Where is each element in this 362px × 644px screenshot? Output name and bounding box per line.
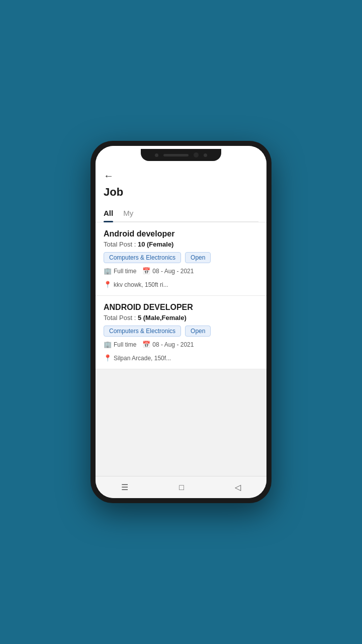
job-category-tag-2: Computers & Electronics xyxy=(104,326,181,337)
job-location-meta-2: 📍 Silpan Arcade, 150f... xyxy=(104,354,171,362)
job-status-tag-1: Open xyxy=(185,252,211,263)
job-tags-1: Computers & Electronics Open xyxy=(104,252,258,263)
briefcase-icon-2: 🏢 xyxy=(104,341,112,348)
job-list: Android developer Total Post : 10 (Femal… xyxy=(96,222,266,369)
job-meta-1: 🏢 Full time 📅 08 - Aug - 2021 📍 kkv chow… xyxy=(104,267,258,288)
job-post-count-1: Total Post : 10 (Female) xyxy=(104,240,258,248)
menu-icon[interactable]: ☰ xyxy=(121,482,128,492)
job-tags-2: Computers & Electronics Open xyxy=(104,326,258,337)
job-title-1: Android developer xyxy=(104,229,258,238)
job-title-2: ANDROID DEVELOPER xyxy=(104,303,258,312)
calendar-icon-2: 📅 xyxy=(142,341,150,348)
face-id-camera xyxy=(194,152,199,157)
briefcase-icon-1: 🏢 xyxy=(104,267,112,275)
location-icon-1: 📍 xyxy=(104,281,112,288)
job-date-meta-2: 📅 08 - Aug - 2021 xyxy=(142,341,194,348)
job-card-2[interactable]: ANDROID DEVELOPER Total Post : 5 (Male,F… xyxy=(96,296,266,369)
job-category-tag-1: Computers & Electronics xyxy=(104,252,181,263)
status-bar xyxy=(96,146,266,164)
calendar-icon-1: 📅 xyxy=(142,267,150,275)
job-location-meta-1: 📍 kkv chowk, 150ft ri... xyxy=(104,281,168,288)
front-camera xyxy=(155,153,158,157)
notch xyxy=(141,149,221,161)
job-date-meta-1: 📅 08 - Aug - 2021 xyxy=(142,267,194,275)
back-button[interactable]: ← xyxy=(104,170,114,182)
job-date-label-2: 08 - Aug - 2021 xyxy=(152,341,194,348)
phone-screen: ← Job All My Android developer Total Pos… xyxy=(96,146,266,498)
job-location-label-2: Silpan Arcade, 150f... xyxy=(114,355,171,362)
job-date-label-1: 08 - Aug - 2021 xyxy=(152,268,194,275)
header: ← Job All My xyxy=(96,164,266,222)
phone-frame: ← Job All My Android developer Total Pos… xyxy=(90,141,272,503)
job-location-label-1: kkv chowk, 150ft ri... xyxy=(114,281,168,288)
sensor xyxy=(204,153,207,157)
speaker xyxy=(163,154,189,156)
bottom-nav: ☰ □ ◁ xyxy=(96,476,266,498)
job-type-meta-1: 🏢 Full time xyxy=(104,267,136,275)
page-title: Job xyxy=(104,186,258,199)
tab-my[interactable]: My xyxy=(123,205,133,221)
tabs-container: All My xyxy=(104,205,258,222)
job-status-tag-2: Open xyxy=(185,326,211,337)
home-icon[interactable]: □ xyxy=(179,483,184,492)
tab-all[interactable]: All xyxy=(104,205,113,221)
job-type-label-1: Full time xyxy=(114,268,136,275)
location-icon-2: 📍 xyxy=(104,354,112,362)
job-type-label-2: Full time xyxy=(114,341,136,348)
app-content: ← Job All My Android developer Total Pos… xyxy=(96,164,266,476)
job-type-meta-2: 🏢 Full time xyxy=(104,341,136,348)
job-post-count-2: Total Post : 5 (Male,Female) xyxy=(104,314,258,321)
empty-area xyxy=(96,369,266,476)
job-meta-2: 🏢 Full time 📅 08 - Aug - 2021 📍 Silpan A… xyxy=(104,341,258,362)
job-card-1[interactable]: Android developer Total Post : 10 (Femal… xyxy=(96,222,266,296)
back-nav-icon[interactable]: ◁ xyxy=(235,482,241,492)
